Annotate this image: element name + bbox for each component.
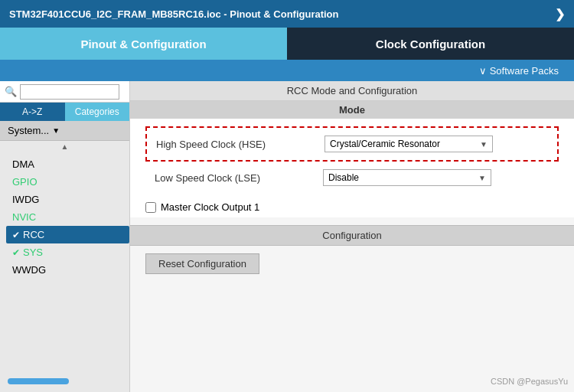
search-icon: 🔍 xyxy=(5,86,17,97)
sidebar-item-sys[interactable]: ✔ SYS xyxy=(6,243,129,261)
lse-row: Low Speed Clock (LSE) Disable ▼ xyxy=(130,169,574,191)
scrollbar[interactable] xyxy=(8,378,69,384)
sidebar-item-rcc[interactable]: ✔ RCC xyxy=(6,226,129,243)
master-clock-row: Master Clock Output 1 xyxy=(130,197,574,217)
rcc-section-header: RCC Mode and Configuration xyxy=(130,81,574,101)
sidebar-items: DMA GPIO IWDG NVIC ✔ RCC ✔ SYS WWDG xyxy=(0,155,129,279)
reset-config-button[interactable]: Reset Configuration xyxy=(145,253,259,274)
config-header: Configuration xyxy=(130,225,574,246)
sidebar-item-iwdg[interactable]: IWDG xyxy=(6,191,129,208)
lse-select[interactable]: Disable ▼ xyxy=(323,169,491,186)
tab-clock[interactable]: Clock Configuration xyxy=(287,28,574,60)
watermark: CSDN @PegasusYu xyxy=(491,377,568,386)
chevron-down-icon: ▼ xyxy=(52,126,60,135)
title-bar: STM32F401CCU6_I2C_FRAM_MB85RC16.ioc - Pi… xyxy=(0,0,574,28)
mode-header: Mode xyxy=(130,101,574,119)
scroll-up-icon: ▲ xyxy=(61,142,69,151)
hse-row: High Speed Clock (HSE) Crystal/Ceramic R… xyxy=(156,136,548,152)
categories-button[interactable]: Categories xyxy=(65,103,130,121)
hse-dropdown-arrow: ▼ xyxy=(480,140,488,149)
az-button[interactable]: A->Z xyxy=(0,103,65,121)
sidebar: 🔍 A->Z Categories System... ▼ ▲ DMA GPIO xyxy=(0,81,130,392)
check-icon-rcc: ✔ xyxy=(12,230,20,240)
tab-bar: Pinout & Configuration Clock Configurati… xyxy=(0,28,574,60)
mode-content: High Speed Clock (HSE) Crystal/Ceramic R… xyxy=(145,126,559,162)
scroll-indicator: ▲ xyxy=(0,141,129,152)
sidebar-item-wwdg[interactable]: WWDG xyxy=(6,261,129,279)
master-clock-label: Master Clock Output 1 xyxy=(161,201,259,213)
sidebar-item-gpio[interactable]: GPIO xyxy=(6,173,129,191)
check-icon-sys: ✔ xyxy=(12,247,20,258)
config-section: Configuration Reset Configuration xyxy=(130,225,574,282)
lse-label: Low Speed Clock (LSE) xyxy=(155,172,323,184)
master-clock-checkbox[interactable] xyxy=(145,202,156,213)
sidebar-item-dma[interactable]: DMA xyxy=(6,155,129,173)
search-bar: 🔍 xyxy=(0,81,129,103)
title-text: STM32F401CCU6_I2C_FRAM_MB85RC16.ioc - Pi… xyxy=(9,8,339,20)
sidebar-btn-group: A->Z Categories xyxy=(0,103,129,121)
software-packs-bar[interactable]: ∨ Software Packs xyxy=(0,60,574,81)
chevron-icon: ❯ xyxy=(555,7,565,21)
mode-section: Mode High Speed Clock (HSE) Crystal/Cera… xyxy=(130,101,574,217)
tab-pinout[interactable]: Pinout & Configuration xyxy=(0,28,287,60)
search-input[interactable] xyxy=(20,84,119,100)
hse-label: High Speed Clock (HSE) xyxy=(156,139,325,150)
sidebar-item-nvic[interactable]: NVIC xyxy=(6,208,129,226)
content-area: RCC Mode and Configuration Mode High Spe… xyxy=(130,81,574,392)
hse-select[interactable]: Crystal/Ceramic Resonator ▼ xyxy=(325,136,493,152)
lse-dropdown-arrow: ▼ xyxy=(478,174,486,182)
system-row[interactable]: System... ▼ xyxy=(0,121,129,141)
main-layout: 🔍 A->Z Categories System... ▼ ▲ DMA GPIO xyxy=(0,81,574,392)
